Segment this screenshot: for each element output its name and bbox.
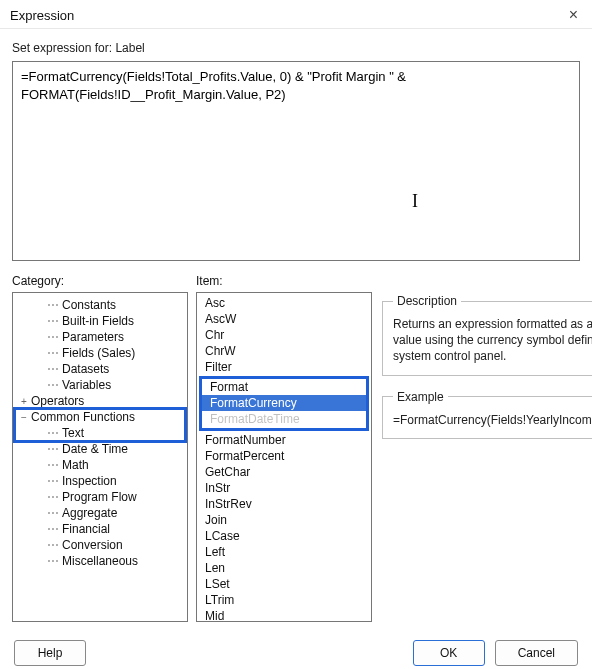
set-expression-label: Set expression for: Label xyxy=(12,41,580,55)
tree-branch-icon: ⋯ xyxy=(47,378,60,392)
category-heading: Category: xyxy=(12,274,188,288)
category-item-label: Common Functions xyxy=(31,410,135,424)
category-highlight: −Common Functions⋯Text xyxy=(15,409,185,441)
tree-branch-icon: ⋯ xyxy=(47,474,60,488)
example-group: Example =FormatCurrency(Fields!YearlyInc… xyxy=(382,390,592,439)
description-heading: Description xyxy=(393,294,461,308)
help-button[interactable]: Help xyxy=(14,640,86,666)
item-row[interactable]: FormatCurrency xyxy=(202,395,366,411)
category-item[interactable]: ⋯Variables xyxy=(15,377,185,393)
title-bar: Expression × xyxy=(0,0,592,29)
tree-branch-icon: ⋯ xyxy=(47,298,60,312)
category-item[interactable]: ⋯Constants xyxy=(15,297,185,313)
category-item[interactable]: ⋯Aggregate xyxy=(15,505,185,521)
item-list[interactable]: AscAscWChrChrWFilterFormatFormatCurrency… xyxy=(196,292,372,622)
item-row[interactable]: FormatPercent xyxy=(197,448,371,464)
category-item-label: Aggregate xyxy=(62,506,117,520)
category-item-label: Text xyxy=(62,426,84,440)
item-row[interactable]: GetChar xyxy=(197,464,371,480)
item-row[interactable]: ChrW xyxy=(197,343,371,359)
category-tree[interactable]: ⋯Constants⋯Built-in Fields⋯Parameters⋯Fi… xyxy=(12,292,188,622)
category-item[interactable]: ⋯Math xyxy=(15,457,185,473)
description-text: Returns an expression formatted as a cur… xyxy=(393,316,592,365)
category-item-label: Miscellaneous xyxy=(62,554,138,568)
tree-branch-icon: ⋯ xyxy=(47,426,60,440)
category-item-label: Fields (Sales) xyxy=(62,346,135,360)
item-highlight: FormatFormatCurrencyFormatDateTime xyxy=(199,376,369,431)
lower-panels: Category: ⋯Constants⋯Built-in Fields⋯Par… xyxy=(12,274,580,622)
category-item[interactable]: ⋯Parameters xyxy=(15,329,185,345)
category-column: Category: ⋯Constants⋯Built-in Fields⋯Par… xyxy=(12,274,188,622)
item-row[interactable]: InStrRev xyxy=(197,496,371,512)
tree-branch-icon: ⋯ xyxy=(47,346,60,360)
category-item[interactable]: ⋯Date & Time xyxy=(15,441,185,457)
expression-wrapper: I xyxy=(12,61,580,264)
item-row[interactable]: AscW xyxy=(197,311,371,327)
close-icon[interactable]: × xyxy=(565,6,582,24)
item-row[interactable]: Format xyxy=(202,379,366,395)
dialog-footer: Help OK Cancel xyxy=(0,632,592,669)
item-row[interactable]: Len xyxy=(197,560,371,576)
category-item[interactable]: ⋯Built-in Fields xyxy=(15,313,185,329)
item-row[interactable]: LTrim xyxy=(197,592,371,608)
collapse-icon[interactable]: − xyxy=(17,412,31,423)
window-title: Expression xyxy=(10,8,74,23)
category-item-label: Operators xyxy=(31,394,84,408)
tree-branch-icon: ⋯ xyxy=(47,314,60,328)
item-row[interactable]: LSet xyxy=(197,576,371,592)
item-row[interactable]: InStr xyxy=(197,480,371,496)
category-item[interactable]: ⋯Fields (Sales) xyxy=(15,345,185,361)
category-item[interactable]: +Operators xyxy=(15,393,185,409)
item-row[interactable]: Left xyxy=(197,544,371,560)
category-item-label: Built-in Fields xyxy=(62,314,134,328)
example-heading: Example xyxy=(393,390,448,404)
category-item-label: Inspection xyxy=(62,474,117,488)
tree-branch-icon: ⋯ xyxy=(47,554,60,568)
tree-branch-icon: ⋯ xyxy=(47,538,60,552)
tree-branch-icon: ⋯ xyxy=(47,330,60,344)
tree-branch-icon: ⋯ xyxy=(47,490,60,504)
item-row[interactable]: FormatNumber xyxy=(197,432,371,448)
category-item-label: Date & Time xyxy=(62,442,128,456)
category-item[interactable]: ⋯Text xyxy=(15,425,185,441)
category-item[interactable]: ⋯Inspection xyxy=(15,473,185,489)
tree-branch-icon: ⋯ xyxy=(47,458,60,472)
description-group: Description Returns an expression format… xyxy=(382,294,592,376)
expand-icon[interactable]: + xyxy=(17,396,31,407)
category-item-label: Parameters xyxy=(62,330,124,344)
dialog-content: Set expression for: Label I Category: ⋯C… xyxy=(0,29,592,632)
category-item-label: Conversion xyxy=(62,538,123,552)
item-row[interactable]: Mid xyxy=(197,608,371,622)
cancel-button[interactable]: Cancel xyxy=(495,640,578,666)
category-item-label: Math xyxy=(62,458,89,472)
category-item[interactable]: ⋯Miscellaneous xyxy=(15,553,185,569)
item-heading: Item: xyxy=(196,274,372,288)
expression-input[interactable] xyxy=(12,61,580,261)
tree-branch-icon: ⋯ xyxy=(47,522,60,536)
item-row[interactable]: FormatDateTime xyxy=(202,411,366,427)
category-item[interactable]: ⋯Datasets xyxy=(15,361,185,377)
category-item[interactable]: −Common Functions xyxy=(15,409,185,425)
tree-branch-icon: ⋯ xyxy=(47,442,60,456)
category-item-label: Variables xyxy=(62,378,111,392)
item-row[interactable]: Asc xyxy=(197,295,371,311)
tree-branch-icon: ⋯ xyxy=(47,506,60,520)
item-row[interactable]: Filter xyxy=(197,359,371,375)
item-row[interactable]: LCase xyxy=(197,528,371,544)
info-column: Description Returns an expression format… xyxy=(380,294,592,622)
footer-right: OK Cancel xyxy=(413,640,578,666)
category-item-label: Financial xyxy=(62,522,110,536)
category-item-label: Datasets xyxy=(62,362,109,376)
category-item[interactable]: ⋯Financial xyxy=(15,521,185,537)
item-column: Item: AscAscWChrChrWFilterFormatFormatCu… xyxy=(196,274,372,622)
category-item[interactable]: ⋯Program Flow xyxy=(15,489,185,505)
ok-button[interactable]: OK xyxy=(413,640,485,666)
category-item-label: Constants xyxy=(62,298,116,312)
category-item-label: Program Flow xyxy=(62,490,137,504)
example-text: =FormatCurrency(Fields!YearlyIncome.Valu… xyxy=(393,412,592,428)
tree-branch-icon: ⋯ xyxy=(47,362,60,376)
item-row[interactable]: Join xyxy=(197,512,371,528)
item-row[interactable]: Chr xyxy=(197,327,371,343)
category-item[interactable]: ⋯Conversion xyxy=(15,537,185,553)
